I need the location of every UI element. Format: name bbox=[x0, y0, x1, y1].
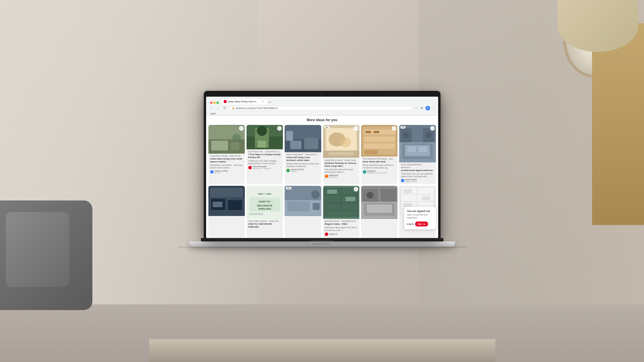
svg-rect-74 bbox=[381, 189, 396, 202]
url-bar[interactable]: 🔒 pinterest.com/pin/704374643358211 bbox=[229, 106, 412, 110]
pin-description: Standing or lying, against the wall or t… bbox=[325, 226, 358, 231]
pin-card-family-photos[interactable]: ⋯ Diy Para A Casa Living Room Sc... 7 Fu… bbox=[247, 125, 283, 184]
reload-button[interactable]: ↻ bbox=[222, 106, 227, 111]
browser-controls: ‹ › ↻ 🔒 pinterest.com/pin/70437464335821… bbox=[208, 104, 436, 112]
pin-image-grey-sofa bbox=[285, 186, 321, 216]
author-pins: home decor bbox=[329, 176, 339, 178]
forward-button[interactable]: › bbox=[215, 106, 221, 111]
popup-buttons: Log in Sign up bbox=[407, 222, 433, 226]
author-avatar bbox=[248, 166, 252, 169]
pin-description: Modern Boho farmhouse living room inspir… bbox=[286, 162, 319, 168]
pin-card-minecraft[interactable]: Boho Living Room Living Room I... minecr… bbox=[285, 125, 321, 184]
pin-more-button[interactable]: ⋯ bbox=[354, 187, 358, 192]
menu-button[interactable]: ⋮ bbox=[431, 106, 436, 110]
browser-actions: ☆ ⚙ A ⋮ bbox=[414, 106, 436, 110]
close-window-button[interactable] bbox=[210, 102, 212, 104]
pin-author: gracelover home decor bbox=[325, 174, 358, 178]
new-tab-button[interactable]: + bbox=[268, 100, 272, 104]
pin-info: Diy Para A Casa Living Room Sc... 7 Fun … bbox=[247, 149, 283, 171]
lamp-shade bbox=[557, 0, 638, 52]
pin-description: Vloerkleden van Benuta - Twee keer ander… bbox=[210, 164, 243, 169]
pin-card-architectural-bedroom[interactable] bbox=[361, 186, 397, 238]
pin-info: Home Office Shelves Home Offi... HOW TO:… bbox=[247, 219, 283, 231]
pin-categories: Boho Living Room Living Room I... bbox=[286, 153, 319, 155]
url-text: pinterest.com/pin/704374643358211 bbox=[236, 107, 278, 110]
pin-category: Living Room Interior bbox=[325, 159, 344, 161]
login-button[interactable]: Log in bbox=[407, 222, 414, 226]
apps-bookmark[interactable]: Apps bbox=[211, 112, 216, 115]
pin-category: Room Decor bbox=[345, 159, 356, 161]
user-avatar[interactable]: A bbox=[425, 106, 430, 110]
svg-rect-24 bbox=[364, 136, 395, 141]
svg-rect-68 bbox=[345, 197, 355, 201]
pin-categories: Home Office Shelves Home Offi... bbox=[248, 220, 281, 222]
svg-text:HOW TO:: HOW TO: bbox=[259, 200, 271, 203]
pin-category: Bedroom I... bbox=[401, 166, 412, 168]
svg-rect-34 bbox=[419, 146, 427, 152]
browser-tab-active[interactable]: sofas ideas living room small spaces lea… bbox=[221, 98, 267, 104]
pin-card-bedroom[interactable]: 25 ⋯ Room Design Bedroom Bedroom I... ar… bbox=[399, 125, 436, 184]
svg-rect-42 bbox=[228, 200, 242, 210]
pin-card-grey-room[interactable]: pin bbox=[285, 186, 321, 238]
laptop-camera bbox=[321, 94, 323, 95]
pin-grid: ⋯ Living Room Dream Boho Home sofas idea… bbox=[208, 125, 436, 238]
pin-title: sofas ideas living room small spaces lea… bbox=[210, 157, 243, 164]
pin-more-button[interactable]: ⋯ bbox=[430, 126, 435, 131]
signup-button[interactable]: Sign up bbox=[415, 222, 428, 226]
pin-card-abstract-painting[interactable]: pin ⋯ Living Room Interior Room Decor Ab… bbox=[323, 125, 359, 184]
laptop-hinge bbox=[201, 238, 443, 241]
lock-icon: 🔒 bbox=[232, 107, 235, 109]
pin-more-button[interactable]: ⋯ bbox=[354, 126, 358, 131]
signed-out-popup: You are signed out Sign in to get the be… bbox=[404, 207, 436, 229]
bookmark-button[interactable]: ☆ bbox=[414, 106, 419, 110]
pin-title: HOW TO: DECORATE SHELVES bbox=[248, 223, 281, 229]
laptop-base-reflection bbox=[178, 247, 466, 248]
pin-more-button[interactable]: ⋯ bbox=[277, 126, 282, 131]
svg-rect-78 bbox=[401, 187, 401, 214]
extensions-button[interactable]: ⚙ bbox=[420, 106, 424, 110]
pin-info bbox=[285, 216, 321, 223]
pin-title: architectural digest bedroom bbox=[401, 169, 434, 172]
svg-rect-81 bbox=[401, 201, 434, 202]
minimize-window-button[interactable] bbox=[213, 102, 216, 104]
tab-close-button[interactable]: × bbox=[261, 100, 265, 103]
pin-card-etagere[interactable]: ⋯ Minimalist Room Minimalist Furni... Ét… bbox=[323, 186, 359, 238]
back-button[interactable]: ‹ bbox=[208, 106, 214, 111]
pin-more-button[interactable]: ⋯ bbox=[392, 126, 396, 131]
pin-image-architectural bbox=[361, 186, 397, 219]
pin-card-shoe-shelf[interactable]: ⋯ First Apartment Decorating Inter... Sh… bbox=[361, 125, 397, 184]
pin-categories: Living Room Interior Room Decor bbox=[325, 159, 358, 161]
tab-title: sofas ideas living room small spaces lea… bbox=[228, 100, 260, 103]
author-name: Valerie B. bbox=[329, 233, 338, 235]
pin-card-mint-pine[interactable]: MINT + PINE HOW TO: DECORATE SHELVES Hom… bbox=[247, 186, 283, 238]
pin-categories: Room Design Bedroom Bedroom I... bbox=[401, 164, 434, 168]
author-avatar bbox=[210, 170, 214, 174]
fullscreen-window-button[interactable] bbox=[216, 102, 219, 104]
pinterest-content[interactable]: More ideas for you bbox=[206, 116, 438, 238]
pin-title: Abstract Painting on Canvas - Extra Larg… bbox=[325, 162, 358, 168]
pin-author: Valerie B. bbox=[325, 232, 358, 236]
author-avatar bbox=[325, 175, 328, 178]
svg-rect-66 bbox=[341, 203, 341, 210]
svg-rect-2 bbox=[211, 140, 228, 150]
svg-rect-87 bbox=[422, 196, 430, 200]
author-name: songmics bbox=[367, 170, 387, 172]
popup-subtitle: Sign in to get the best experience bbox=[407, 213, 433, 219]
pin-more-button[interactable]: ⋯ bbox=[239, 126, 244, 131]
pin-card-dark-bookshelf[interactable] bbox=[208, 186, 245, 238]
svg-rect-63 bbox=[324, 210, 358, 211]
pin-tag-badge: pin bbox=[286, 187, 291, 190]
svg-rect-44 bbox=[212, 202, 222, 207]
author-name: ThemePhrasArt bbox=[253, 166, 271, 168]
svg-rect-14 bbox=[286, 131, 293, 140]
svg-rect-25 bbox=[364, 143, 395, 148]
author-pins: my pins bbox=[214, 172, 228, 174]
pin-info: First Apartment Decorating Inter... Shoe… bbox=[361, 157, 397, 176]
svg-point-37 bbox=[404, 132, 409, 138]
pin-card-sofa-ideas[interactable]: ⋯ Living Room Dream Boho Home sofas idea… bbox=[208, 125, 245, 184]
pin-description: Looking for a fun way to display family … bbox=[248, 160, 281, 165]
author-name: Sakura LOPEZ bbox=[214, 170, 228, 172]
pin-author: Sakura LOPEZ my pins bbox=[210, 170, 243, 174]
author-avatar bbox=[401, 179, 404, 182]
pin-info: Boho Living Room Living Room I... minecr… bbox=[285, 152, 321, 174]
